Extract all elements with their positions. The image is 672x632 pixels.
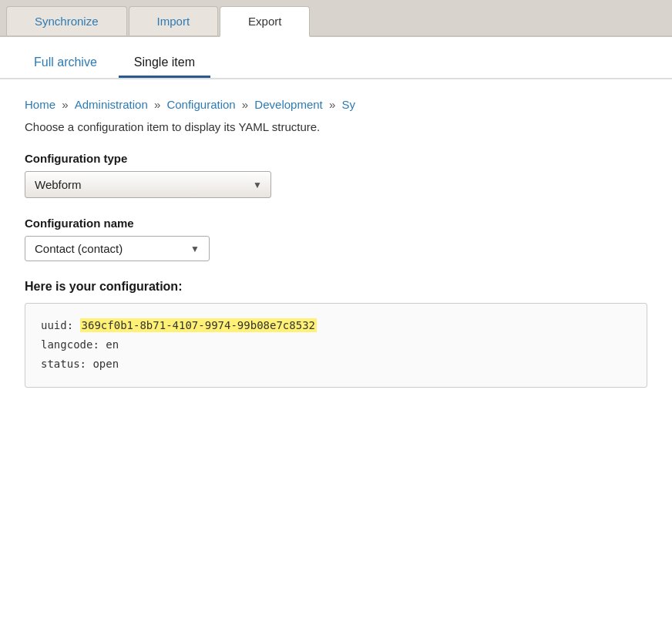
tab-export[interactable]: Export <box>220 6 310 37</box>
config-box: uuid: 369cf0b1-8b71-4107-9974-99b08e7c85… <box>25 303 647 388</box>
breadcrumb: Home » Administration » Configuration » … <box>25 98 647 111</box>
breadcrumb-home[interactable]: Home <box>25 98 55 111</box>
config-key-langcode: langcode: <box>41 338 99 351</box>
config-key-uuid: uuid: <box>41 319 80 331</box>
config-name-label: Configuration name <box>25 217 647 230</box>
tab-synchronize[interactable]: Synchronize <box>6 6 127 35</box>
breadcrumb-sep-1: » <box>62 98 72 111</box>
content-area: Home » Administration » Configuration » … <box>0 79 672 406</box>
config-line-status: status: open <box>41 355 631 374</box>
subtab-full-archive[interactable]: Full archive <box>18 49 113 78</box>
breadcrumb-administration[interactable]: Administration <box>75 98 148 111</box>
config-type-select-wrapper[interactable]: Webform ▼ <box>25 171 271 198</box>
config-type-select[interactable]: Webform <box>25 171 271 198</box>
subtab-single-item[interactable]: Single item <box>119 49 210 78</box>
breadcrumb-development[interactable]: Development <box>254 98 322 111</box>
config-line-langcode: langcode: en <box>41 335 631 355</box>
config-status-value: open <box>86 358 119 370</box>
config-langcode-value: en <box>99 338 119 351</box>
config-uuid-value: 369cf0b1-8b71-4107-9974-99b08e7c8532 <box>80 318 317 332</box>
config-key-status: status: <box>41 358 86 370</box>
top-tabs: Synchronize Import Export <box>0 0 672 37</box>
config-heading: Here is your configuration: <box>25 280 647 294</box>
page-description: Choose a configuration item to display i… <box>25 120 647 133</box>
config-line-uuid: uuid: 369cf0b1-8b71-4107-9974-99b08e7c85… <box>41 316 631 335</box>
page-wrapper: Synchronize Import Export Full archive S… <box>0 0 672 632</box>
breadcrumb-sy[interactable]: Sy <box>341 98 355 111</box>
breadcrumb-sep-3: » <box>242 98 252 111</box>
breadcrumb-sep-4: » <box>329 98 339 111</box>
config-name-value: Contact (contact) <box>35 242 184 255</box>
sub-tabs: Full archive Single item <box>0 37 672 79</box>
config-name-arrow-icon: ▼ <box>190 244 200 254</box>
config-name-dropdown[interactable]: Contact (contact) ▼ <box>25 236 210 261</box>
tab-import[interactable]: Import <box>129 6 219 35</box>
config-type-label: Configuration type <box>25 152 647 165</box>
breadcrumb-sep-2: » <box>154 98 164 111</box>
breadcrumb-configuration[interactable]: Configuration <box>166 98 235 111</box>
